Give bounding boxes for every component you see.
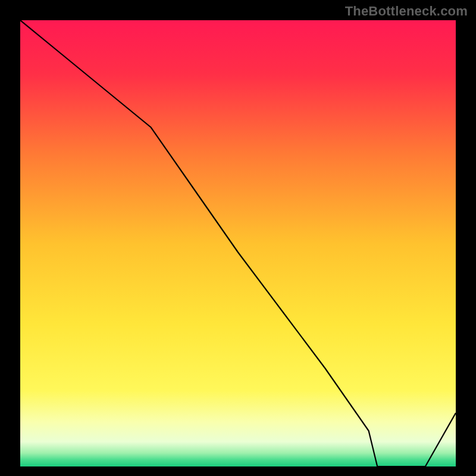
chart-container: TheBottleneck.com <box>0 0 476 476</box>
watermark-text: TheBottleneck.com <box>345 4 468 19</box>
plot-area <box>20 20 456 466</box>
line-series <box>20 20 456 466</box>
